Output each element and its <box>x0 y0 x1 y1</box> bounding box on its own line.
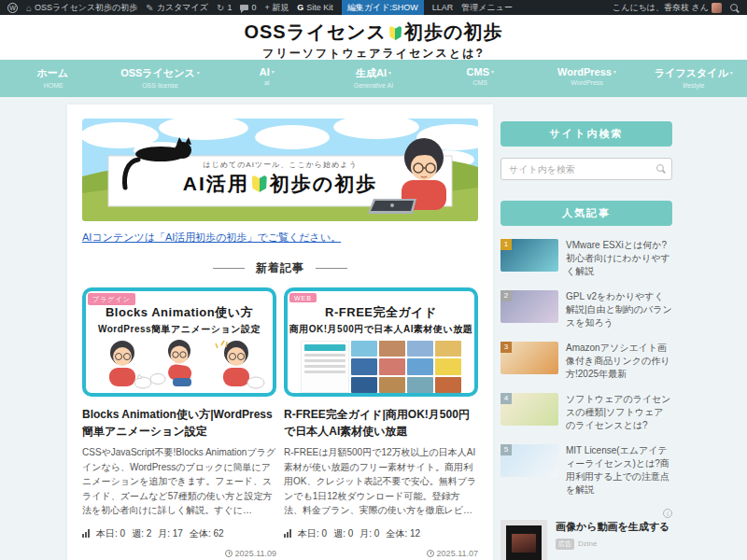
google-g-icon: G <box>297 3 303 12</box>
nav-item-home[interactable]: ホームHOME <box>0 60 106 97</box>
search-box <box>500 158 672 180</box>
comments-menu[interactable]: 0 <box>240 0 256 15</box>
divider <box>213 268 245 269</box>
post-thumbnail: 5 <box>500 444 558 477</box>
nav-item-oss-license[interactable]: OSSライセンス▾OSS license <box>106 60 213 97</box>
notice-row: AIコンテンツは「AI活用初歩の初歩」でご覧ください。 <box>82 231 478 245</box>
nav-item-ai[interactable]: AI▾ai <box>214 60 320 97</box>
popular-post-title: MIT License(エムアイティーライセンス)とは?商用利用する上での注意点… <box>566 444 672 497</box>
nav-item-generative-ai[interactable]: 生成AI▾Generative AI <box>320 60 427 97</box>
main-content: はじめてのAIツール、ここから始めよう AI活用初歩の初歩 AIコンテンツは「A… <box>67 105 493 560</box>
chart-icon <box>284 529 291 538</box>
stat-week: 2 <box>147 528 152 539</box>
publish-date: 2025.11.07 <box>284 549 478 558</box>
ad-title: 画像から動画を生成する <box>556 520 669 534</box>
popular-post-title: VMware ESXiとは何か?初心者向けにわかりやすく解説 <box>566 239 672 278</box>
site-title-right: 初歩の初歩 <box>404 21 502 42</box>
search-icon[interactable] <box>655 163 666 174</box>
article-excerpt: R-FREEは月額500円で12万枚以上の日本人AI素材が使い放題のフリー素材サ… <box>284 445 478 518</box>
chevron-down-icon: ▾ <box>491 69 494 75</box>
popular-post-item[interactable]: 1 VMware ESXiとは何か?初心者向けにわかりやすく解説 <box>500 239 672 278</box>
sidebar-search-heading: サイト内検索 <box>500 121 672 147</box>
popular-post-item[interactable]: 2 GPL v2をわかりやすく解説|自由と制約のバランスを知ろう <box>500 290 672 329</box>
ad-thumbnail <box>500 520 547 560</box>
article-thumbnail[interactable]: プラグイン Blocks Animation使い方 WordPress簡単アニメ… <box>82 287 276 397</box>
popular-post-item[interactable]: 4 ソフトウェアのライセンスの種類|ソフトウェアのライセンスとは? <box>500 393 672 432</box>
nav-item-lifestyle[interactable]: ライフスタイル▾lifestyle <box>641 60 747 97</box>
popular-post-item[interactable]: 3 Amazonアソシエイト画像付き商品リンクの作り方!2025年最新 <box>500 342 672 381</box>
chevron-down-icon: ▾ <box>613 69 616 75</box>
article-excerpt: CSSやJavaScript不要!Blocks Animationプラグインなら… <box>82 445 276 518</box>
thumb-subtitle: 商用OK!月500円で日本人AI素材使い放題 <box>288 323 474 336</box>
view-stats: 本日: 0 週: 2 月: 17 全体: 62 <box>82 527 276 540</box>
hero-banner[interactable]: はじめてのAIツール、ここから始めよう AI活用初歩の初歩 <box>82 119 478 221</box>
ai-content-link[interactable]: AIコンテンツは「AI活用初歩の初歩」でご覧ください。 <box>82 231 341 243</box>
chart-icon <box>82 529 90 538</box>
article-card[interactable]: WEB R-FREE完全ガイド 商用OK!月500円で日本人AI素材使い放題 R… <box>284 287 478 558</box>
thumb-title: Blocks Animation使い方 <box>86 304 273 321</box>
sidebar: サイト内検索 人気記事 1 VMware ESXiとは何か?初心者向けにわかりや… <box>500 121 672 560</box>
view-stats: 本日: 0 週: 0 月: 0 全体: 12 <box>284 527 478 540</box>
update-icon: ↻ <box>217 3 224 13</box>
popular-post-item[interactable]: 5 MIT License(エムアイティーライセンス)とは?商用利用する上での注… <box>500 444 672 497</box>
category-badge: WEB <box>289 293 317 302</box>
ad-item[interactable]: 画像から動画を生成する 広告 Dzine <box>500 520 672 560</box>
beginner-mark-icon <box>252 175 267 192</box>
popular-posts-list: 1 VMware ESXiとは何か?初心者向けにわかりやすく解説 2 GPL v… <box>500 239 672 497</box>
post-thumbnail: 1 <box>500 239 558 272</box>
ad-info-icon[interactable]: i <box>663 509 672 518</box>
search-input[interactable] <box>500 158 672 180</box>
customize-label: カスタマイズ <box>157 2 208 14</box>
chevron-down-icon: ▾ <box>272 69 275 75</box>
browser-viewport: W ⌂OSSライセンス初歩の初歩 ✎カスタマイズ ↻1 0 + 新規 GSite… <box>0 0 747 560</box>
article-title[interactable]: R-FREE完全ガイド|商用OK!月500円で日本人AI素材使い放題 <box>284 406 478 440</box>
global-nav: ホームHOME OSSライセンス▾OSS license AI▾ai 生成AI▾… <box>0 60 747 97</box>
popular-posts-heading: 人気記事 <box>500 201 672 226</box>
comment-count: 0 <box>251 3 256 12</box>
updates-menu[interactable]: ↻1 <box>217 0 232 15</box>
article-grid: プラグイン Blocks Animation使い方 WordPress簡単アニメ… <box>82 287 478 558</box>
nav-item-cms[interactable]: CMS▾CMS <box>427 60 533 97</box>
article-card[interactable]: プラグイン Blocks Animation使い方 WordPress簡単アニメ… <box>82 287 276 558</box>
wordpress-icon: W <box>7 3 18 13</box>
ad-badge: 広告 <box>556 539 574 550</box>
wp-logo-menu[interactable]: W <box>7 0 18 15</box>
article-thumbnail[interactable]: WEB R-FREE完全ガイド 商用OK!月500円で日本人AI素材使い放題 <box>284 287 478 397</box>
admin-menu[interactable]: 管理メニュー <box>461 0 513 15</box>
edit-guide-toggle[interactable]: 編集ガイド:SHOW <box>342 0 424 15</box>
sitekit-menu[interactable]: GSite Kit <box>297 0 333 15</box>
customize-menu[interactable]: ✎カスタマイズ <box>146 0 208 15</box>
clock-icon <box>427 550 434 557</box>
site-name-menu[interactable]: ⌂OSSライセンス初歩の初歩 <box>26 0 137 15</box>
new-content-menu[interactable]: + 新規 <box>264 0 289 15</box>
chevron-down-icon: ▾ <box>388 70 391 76</box>
beginner-mark-icon <box>389 26 402 40</box>
site-name-label: OSSライセンス初歩の初歩 <box>35 2 137 14</box>
ad-meta: 広告 Dzine <box>556 539 669 550</box>
rank-badge: 5 <box>500 444 512 455</box>
sitekit-label: Site Kit <box>306 3 333 12</box>
update-count: 1 <box>227 3 232 12</box>
pencil-icon: ✎ <box>146 3 153 13</box>
nav-item-wordpress[interactable]: WordPress▾WordPress <box>533 60 640 97</box>
article-title[interactable]: Blocks Animation使い方|WordPress簡単アニメーション設定 <box>82 406 276 440</box>
stat-today: 0 <box>120 528 126 539</box>
admin-bar-right: こんにちは、香奈枝 さん <box>613 0 740 15</box>
popular-post-title: ソフトウェアのライセンスの種類|ソフトウェアのライセンスとは? <box>566 393 672 432</box>
ad-sponsor: Dzine <box>578 539 597 548</box>
clock-icon <box>225 550 233 557</box>
section-title: 新着記事 <box>256 260 304 276</box>
publish-date: 2025.11.09 <box>82 549 276 558</box>
search-icon <box>729 3 740 13</box>
greeting-label: こんにちは、香奈枝 さん <box>613 2 709 14</box>
stat-month: 0 <box>374 528 380 539</box>
stat-today: 0 <box>322 528 328 539</box>
admin-search-button[interactable] <box>729 0 740 15</box>
llar-menu[interactable]: LLAR <box>432 0 454 15</box>
rank-badge: 4 <box>500 393 512 404</box>
thumb-subtitle: WordPress簡単アニメーション設定 <box>86 323 273 336</box>
site-title[interactable]: OSSライセンス初歩の初歩 <box>0 20 747 45</box>
stat-total: 62 <box>214 528 224 539</box>
account-menu[interactable]: こんにちは、香奈枝 さん <box>613 0 722 15</box>
page-body: はじめてのAIツール、ここから始めよう AI活用初歩の初歩 AIコンテンツは「A… <box>0 97 747 560</box>
